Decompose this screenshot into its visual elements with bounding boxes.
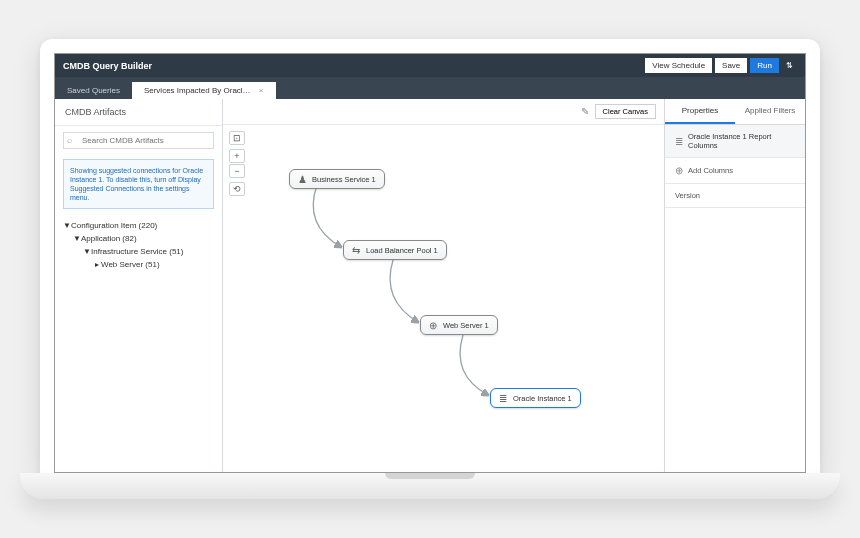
settings-icon[interactable]: ⇅ xyxy=(782,58,797,73)
tab-properties[interactable]: Properties xyxy=(665,99,735,124)
title-actions: View Schedule Save Run ⇅ xyxy=(645,58,797,73)
sidebar-title: CMDB Artifacts xyxy=(55,99,222,126)
tab-active-label: Services Impacted By Oracl… xyxy=(144,86,251,95)
tree-item-infra[interactable]: ▼Infrastructure Service (51) xyxy=(61,245,216,258)
run-button[interactable]: Run xyxy=(750,58,779,73)
pan-icon[interactable]: ⟲ xyxy=(229,182,245,196)
app-title: CMDB Query Builder xyxy=(63,61,152,71)
canvas[interactable]: ⊡ + − ⟲ ♟ Business xyxy=(223,125,664,472)
add-icon: ⊕ xyxy=(675,165,683,176)
right-panel-tabs: Properties Applied Filters xyxy=(665,99,805,125)
info-message: Showing suggested connections for Oracle… xyxy=(63,159,214,209)
node-oracle-instance[interactable]: ≣ Oracle Instance 1 xyxy=(490,388,581,408)
node-web-server[interactable]: ⊕ Web Server 1 xyxy=(420,315,498,335)
business-service-icon: ♟ xyxy=(296,173,308,185)
search-container: ⌕ xyxy=(63,132,214,149)
save-button[interactable]: Save xyxy=(715,58,747,73)
search-icon: ⌕ xyxy=(67,135,72,145)
tab-active-query[interactable]: Services Impacted By Oracl… × xyxy=(132,82,276,99)
tab-saved-queries[interactable]: Saved Queries xyxy=(55,82,132,99)
load-balancer-icon: ⇆ xyxy=(350,244,362,256)
canvas-toolbar: ✎ Clear Canvas xyxy=(223,99,664,125)
database-icon: ≣ xyxy=(497,392,509,404)
node-business-service[interactable]: ♟ Business Service 1 xyxy=(289,169,385,189)
database-icon: ≣ xyxy=(675,136,683,147)
search-input[interactable] xyxy=(63,132,214,149)
tab-bar: Saved Queries Services Impacted By Oracl… xyxy=(55,77,805,99)
artifact-tree: ▼Configuration Item (220) ▼Application (… xyxy=(55,213,222,277)
add-columns-button[interactable]: ⊕ Add Columns xyxy=(665,158,805,184)
tree-item-webserver[interactable]: ▸Web Server (51) xyxy=(61,258,216,271)
properties-header: ≣ Oracle Instance 1 Report Columns xyxy=(665,125,805,158)
sidebar: CMDB Artifacts ⌕ Showing suggested conne… xyxy=(55,99,223,472)
version-row[interactable]: Version xyxy=(665,184,805,208)
titlebar: CMDB Query Builder View Schedule Save Ru… xyxy=(55,54,805,77)
canvas-area: ✎ Clear Canvas ⊡ + − ⟲ xyxy=(223,99,665,472)
zoom-in-button[interactable]: + xyxy=(229,149,245,163)
eraser-icon[interactable]: ✎ xyxy=(581,106,589,117)
view-schedule-button[interactable]: View Schedule xyxy=(645,58,712,73)
fit-icon[interactable]: ⊡ xyxy=(229,131,245,145)
laptop-base xyxy=(20,473,840,499)
node-load-balancer[interactable]: ⇆ Load Balancer Pool 1 xyxy=(343,240,447,260)
tree-item-ci[interactable]: ▼Configuration Item (220) xyxy=(61,219,216,232)
close-icon[interactable]: × xyxy=(259,86,264,95)
tab-applied-filters[interactable]: Applied Filters xyxy=(735,99,805,124)
right-panel: Properties Applied Filters ≣ Oracle Inst… xyxy=(665,99,805,472)
zoom-out-button[interactable]: − xyxy=(229,164,245,178)
tree-item-application[interactable]: ▼Application (82) xyxy=(61,232,216,245)
web-server-icon: ⊕ xyxy=(427,319,439,331)
clear-canvas-button[interactable]: Clear Canvas xyxy=(595,104,656,119)
zoom-controls: ⊡ + − ⟲ xyxy=(229,131,245,196)
